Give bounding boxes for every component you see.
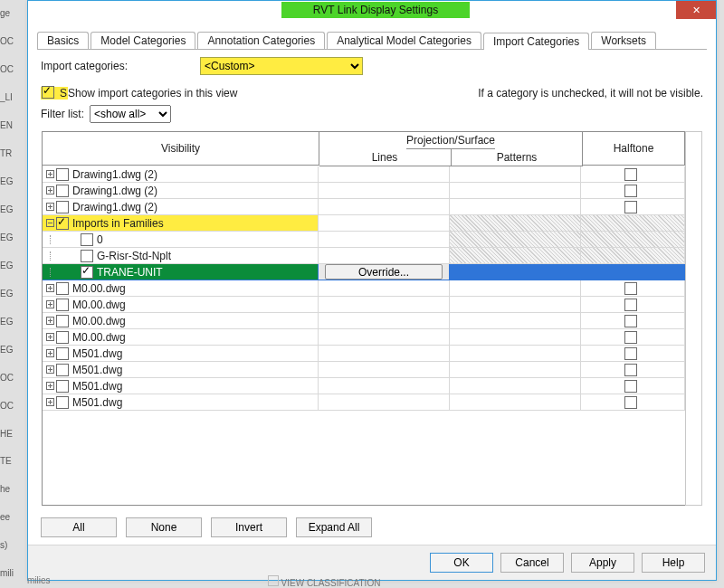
expand-icon[interactable] <box>46 398 54 406</box>
col-patterns: Patterns <box>452 149 583 166</box>
grid-body: Drawing1.dwg (2) Drawing1.dwg (2) Drawin… <box>43 166 685 411</box>
visibility-checkbox[interactable] <box>81 250 93 262</box>
grid-scrollbar[interactable] <box>685 131 702 506</box>
expand-icon[interactable] <box>46 203 54 211</box>
table-row[interactable]: M501.dwg <box>43 346 685 362</box>
row-label: M0.00.dwg <box>72 282 126 295</box>
row-label: 0 <box>97 233 103 246</box>
tab-basics[interactable]: Basics <box>37 32 89 49</box>
halftone-checkbox[interactable] <box>624 282 637 295</box>
apply-button[interactable]: Apply <box>571 553 634 573</box>
halftone-checkbox[interactable] <box>624 201 637 213</box>
halftone-checkbox[interactable] <box>624 331 637 344</box>
expand-all-button[interactable]: Expand All <box>296 517 372 537</box>
table-row[interactable]: Drawing1.dwg (2) <box>43 183 685 199</box>
row-label: M501.dwg <box>72 396 122 409</box>
halftone-checkbox[interactable] <box>624 380 637 393</box>
halftone-checkbox[interactable] <box>624 364 637 376</box>
visibility-checkbox[interactable] <box>56 380 69 393</box>
show-in-view-wrapper[interactable]: SShow import categories in this view <box>41 86 237 100</box>
table-row[interactable]: Drawing1.dwg (2) <box>43 199 685 215</box>
col-projection: Projection/Surface <box>406 132 495 149</box>
expand-icon[interactable] <box>46 365 54 374</box>
expand-icon[interactable] <box>46 382 54 390</box>
tab-worksets[interactable]: Worksets <box>591 32 656 49</box>
tab-content: Import categories: <Custom> SShow import… <box>28 50 716 545</box>
table-row[interactable]: M501.dwg <box>43 394 685 411</box>
row-label: G-Risr-Std-Nplt <box>97 250 171 262</box>
close-icon: ✕ <box>692 5 700 16</box>
halftone-checkbox[interactable] <box>624 299 637 311</box>
halftone-checkbox[interactable] <box>624 315 637 327</box>
table-row[interactable]: Drawing1.dwg (2) <box>43 166 685 183</box>
visibility-checkbox[interactable] <box>56 396 69 409</box>
visibility-checkbox[interactable] <box>56 364 69 376</box>
help-button[interactable]: Help <box>642 553 705 573</box>
grid-header: Visibility Projection/Surface Lines Patt… <box>43 132 685 166</box>
show-in-view-checkbox[interactable] <box>42 86 54 99</box>
grid-wrap: Visibility Projection/Surface Lines Patt… <box>41 130 703 507</box>
table-row[interactable]: M501.dwg <box>43 362 685 378</box>
table-row[interactable]: M0.00.dwg <box>43 313 685 329</box>
table-row[interactable]: M0.00.dwg <box>43 280 685 297</box>
table-row[interactable]: M0.00.dwg <box>43 329 685 346</box>
unchecked-note: If a category is unchecked, it will not … <box>478 86 703 100</box>
visibility-checkbox[interactable] <box>56 331 69 344</box>
visibility-checkbox[interactable] <box>81 266 93 279</box>
tab-model-categories[interactable]: Model Categories <box>90 32 195 49</box>
expand-icon[interactable] <box>46 186 54 194</box>
collapse-icon[interactable] <box>46 219 54 227</box>
table-row[interactable]: TRANE-UNITOverride... <box>43 264 685 280</box>
visibility-checkbox[interactable] <box>56 347 69 360</box>
grid-button-row: All None Invert Expand All <box>41 507 703 545</box>
row-label: TRANE-UNIT <box>97 266 163 279</box>
categories-grid: Visibility Projection/Surface Lines Patt… <box>42 131 686 506</box>
row-label: M0.00.dwg <box>72 299 126 311</box>
halftone-checkbox[interactable] <box>624 185 637 197</box>
visibility-checkbox[interactable] <box>56 217 69 230</box>
invert-button[interactable]: Invert <box>211 517 287 537</box>
row-label: Drawing1.dwg (2) <box>72 185 157 197</box>
tab-import-categories[interactable]: Import Categories <box>483 33 589 50</box>
halftone-checkbox[interactable] <box>624 168 637 181</box>
expand-icon[interactable] <box>46 170 54 178</box>
visibility-checkbox[interactable] <box>56 299 69 311</box>
window-title: RVT Link Display Settings <box>281 2 470 18</box>
none-button[interactable]: None <box>126 517 202 537</box>
col-visibility: Visibility <box>43 132 319 166</box>
table-row[interactable]: 0 <box>43 232 685 248</box>
table-row[interactable]: Imports in Families <box>43 215 685 232</box>
all-button[interactable]: All <box>41 517 117 537</box>
visibility-checkbox[interactable] <box>81 233 93 246</box>
close-button[interactable]: ✕ <box>676 1 716 19</box>
halftone-checkbox[interactable] <box>624 347 637 360</box>
import-categories-label: Import categories: <box>41 60 128 72</box>
expand-icon[interactable] <box>46 284 54 292</box>
visibility-checkbox[interactable] <box>56 168 69 181</box>
halftone-checkbox[interactable] <box>624 396 637 409</box>
expand-icon[interactable] <box>46 333 54 341</box>
titlebar: RVT Link Display Settings ✕ <box>28 1 716 21</box>
visibility-checkbox[interactable] <box>56 185 69 197</box>
tab-analytical-model-categories[interactable]: Analytical Model Categories <box>327 32 481 49</box>
background-noise: geOCOC_LIENTREGEGEGEGEGEGEGOCOCHETEheees… <box>0 0 27 588</box>
override-button[interactable]: Override... <box>325 264 443 280</box>
visibility-checkbox[interactable] <box>56 282 69 295</box>
table-row[interactable]: G-Risr-Std-Nplt <box>43 248 685 264</box>
tab-annotation-categories[interactable]: Annotation Categories <box>197 32 325 49</box>
import-categories-select[interactable]: <Custom> <box>200 57 363 75</box>
background-fragment: milies VIEW CLASSIFICATION <box>27 575 380 588</box>
row-label: M501.dwg <box>72 364 122 376</box>
table-row[interactable]: M0.00.dwg <box>43 297 685 313</box>
expand-icon[interactable] <box>46 317 54 325</box>
col-lines: Lines <box>319 149 452 166</box>
visibility-checkbox[interactable] <box>56 201 69 213</box>
expand-icon[interactable] <box>46 300 54 308</box>
cancel-button[interactable]: Cancel <box>500 553 564 573</box>
ok-button[interactable]: OK <box>430 553 493 573</box>
visibility-checkbox[interactable] <box>56 315 69 327</box>
row-label: Imports in Families <box>72 217 164 230</box>
table-row[interactable]: M501.dwg <box>43 378 685 394</box>
filter-list-select[interactable]: <show all> <box>90 105 171 123</box>
expand-icon[interactable] <box>46 349 54 357</box>
